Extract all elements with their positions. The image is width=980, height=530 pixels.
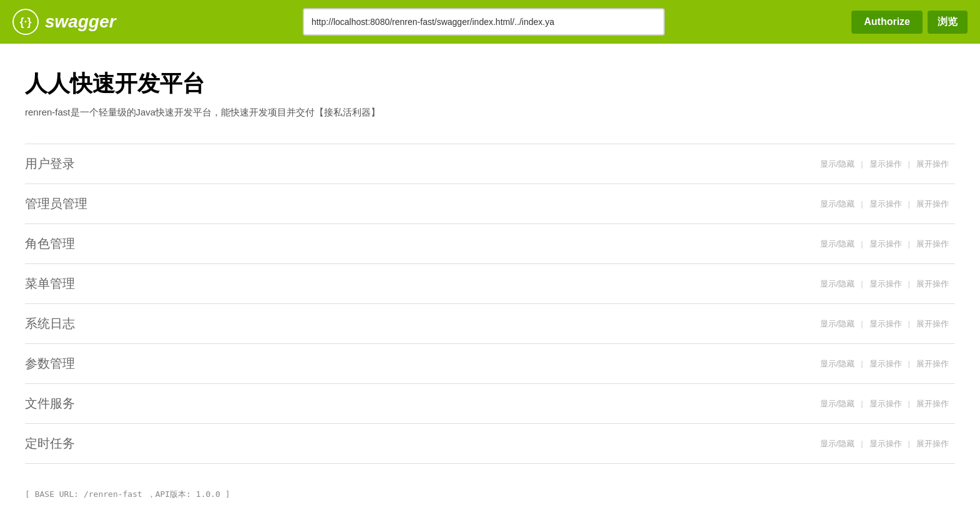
show-ops-link[interactable]: 显示操作 [863, 398, 908, 410]
show-ops-link[interactable]: 显示操作 [863, 238, 908, 250]
api-section-actions: 显示/隐藏|显示操作|展开操作 [814, 199, 955, 210]
show-hide-link[interactable]: 显示/隐藏 [814, 438, 861, 449]
show-ops-link[interactable]: 显示操作 [863, 358, 908, 370]
api-section-name[interactable]: 用户登录 [25, 155, 814, 172]
url-input[interactable] [303, 8, 665, 36]
browse-button[interactable]: 浏览 [928, 11, 968, 34]
header-buttons: Authorize 浏览 [851, 11, 968, 34]
api-section-actions: 显示/隐藏|显示操作|展开操作 [814, 438, 955, 449]
api-section-actions: 显示/隐藏|显示操作|展开操作 [814, 238, 955, 250]
footer: [ BASE URL: /renren-fast ，API版本: 1.0.0 ] [0, 476, 980, 513]
api-section-row: 管理员管理显示/隐藏|显示操作|展开操作 [25, 184, 955, 224]
api-section-actions: 显示/隐藏|显示操作|展开操作 [814, 398, 955, 410]
api-section-row: 系统日志显示/隐藏|显示操作|展开操作 [25, 304, 955, 344]
page-title: 人人快速开发平台 [25, 69, 955, 99]
api-section-actions: 显示/隐藏|显示操作|展开操作 [814, 358, 955, 370]
api-section-row: 菜单管理显示/隐藏|显示操作|展开操作 [25, 264, 955, 304]
swagger-logo-text: swagger [45, 12, 116, 32]
show-hide-link[interactable]: 显示/隐藏 [814, 278, 861, 290]
page-description: renren-fast是一个轻量级的Java快速开发平台，能快速开发项目并交付【… [25, 107, 955, 119]
api-section-name[interactable]: 角色管理 [25, 235, 814, 252]
api-section-row: 用户登录显示/隐藏|显示操作|展开操作 [25, 144, 955, 184]
show-ops-link[interactable]: 显示操作 [863, 278, 908, 290]
api-section-name[interactable]: 文件服务 [25, 395, 814, 412]
swagger-icon: {·} [12, 9, 39, 35]
show-hide-link[interactable]: 显示/隐藏 [814, 199, 861, 210]
api-section-row: 参数管理显示/隐藏|显示操作|展开操作 [25, 344, 955, 384]
show-ops-link[interactable]: 显示操作 [863, 199, 908, 210]
expand-ops-link[interactable]: 展开操作 [910, 159, 955, 170]
expand-ops-link[interactable]: 展开操作 [910, 398, 955, 410]
show-hide-link[interactable]: 显示/隐藏 [814, 238, 861, 250]
main-content: 人人快速开发平台 renren-fast是一个轻量级的Java快速开发平台，能快… [0, 44, 980, 476]
expand-ops-link[interactable]: 展开操作 [910, 358, 955, 370]
url-bar [126, 8, 842, 36]
expand-ops-link[interactable]: 展开操作 [910, 278, 955, 290]
header: {·} swagger Authorize 浏览 [0, 0, 980, 44]
show-ops-link[interactable]: 显示操作 [863, 438, 908, 449]
show-hide-link[interactable]: 显示/隐藏 [814, 318, 861, 330]
authorize-button[interactable]: Authorize [851, 11, 923, 34]
show-ops-link[interactable]: 显示操作 [863, 318, 908, 330]
api-section-name[interactable]: 管理员管理 [25, 195, 814, 212]
expand-ops-link[interactable]: 展开操作 [910, 438, 955, 449]
show-ops-link[interactable]: 显示操作 [863, 159, 908, 170]
expand-ops-link[interactable]: 展开操作 [910, 318, 955, 330]
show-hide-link[interactable]: 显示/隐藏 [814, 159, 861, 170]
api-section-actions: 显示/隐藏|显示操作|展开操作 [814, 278, 955, 290]
show-hide-link[interactable]: 显示/隐藏 [814, 398, 861, 410]
show-hide-link[interactable]: 显示/隐藏 [814, 358, 861, 370]
logo: {·} swagger [12, 9, 116, 35]
expand-ops-link[interactable]: 展开操作 [910, 238, 955, 250]
api-section-row: 定时任务显示/隐藏|显示操作|展开操作 [25, 424, 955, 464]
api-section-name[interactable]: 系统日志 [25, 315, 814, 332]
api-section-name[interactable]: 菜单管理 [25, 275, 814, 292]
footer-text: [ BASE URL: /renren-fast ，API版本: 1.0.0 ] [25, 489, 230, 499]
api-section-name[interactable]: 参数管理 [25, 355, 814, 372]
api-section-name[interactable]: 定时任务 [25, 435, 814, 452]
api-section-row: 角色管理显示/隐藏|显示操作|展开操作 [25, 224, 955, 264]
api-section-actions: 显示/隐藏|显示操作|展开操作 [814, 159, 955, 170]
api-sections: 用户登录显示/隐藏|显示操作|展开操作管理员管理显示/隐藏|显示操作|展开操作角… [25, 144, 955, 464]
expand-ops-link[interactable]: 展开操作 [910, 199, 955, 210]
api-section-row: 文件服务显示/隐藏|显示操作|展开操作 [25, 384, 955, 424]
api-section-actions: 显示/隐藏|显示操作|展开操作 [814, 318, 955, 330]
